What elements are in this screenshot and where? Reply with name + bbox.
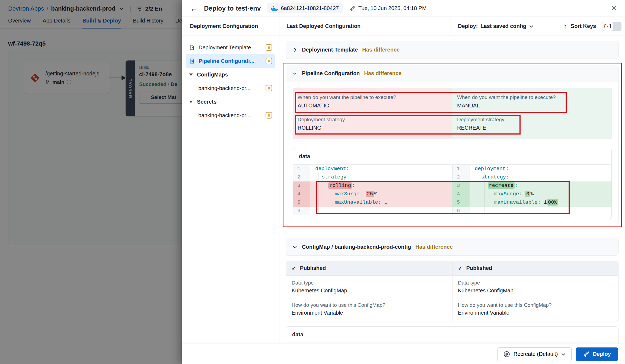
image-tag-chip: 6a824121-10821-80427 <box>267 3 343 13</box>
section-title: Deployment Template <box>302 47 358 53</box>
published-label: Published <box>466 265 492 271</box>
deploy-time-row: Tue, 10 Jun 2025, 04:18 PM <box>349 5 427 12</box>
sidebar-group-secrets[interactable]: Secrets <box>186 95 275 108</box>
chevron-down-icon <box>292 71 298 76</box>
sidebar-item-secret-banking-backend[interactable]: banking-backend-pr... <box>195 108 275 122</box>
compare-column-title: Last Deployed Configuration <box>279 17 451 36</box>
modal-title: Deploy totest-env <box>204 5 261 12</box>
section-pipeline-configuration: Pipeline Configuration Has difference Wh… <box>286 65 618 224</box>
caret-down-icon <box>189 100 193 103</box>
deploy-time-label: Tue, 10 Jun 2025, 04:18 PM <box>358 5 427 11</box>
field-value-new: MANUAL <box>457 102 607 109</box>
diff-new-column: When do you want the pipeline to execute… <box>452 88 612 139</box>
field-value-old: ROLLING <box>298 124 447 131</box>
back-icon[interactable]: ← <box>190 4 198 12</box>
code-brackets-icon: {·} <box>602 22 613 31</box>
line-number: 1 <box>293 165 310 173</box>
yaml-new-pane: 1deployment: 2strategy: 3recreate: 4maxS… <box>452 165 611 215</box>
field-value: Kubernetes ConfigMap <box>292 287 447 294</box>
field-label: Data type <box>458 280 613 286</box>
chevron-right-icon <box>292 47 298 53</box>
line-number: 5 <box>452 198 470 207</box>
sort-keys-button[interactable]: Sort Keys <box>571 23 596 29</box>
field-label: How do you want to use this ConfigMap? <box>458 302 613 308</box>
pipeline-data-card: data 1deployment: 2strategy: 3rolling: 4… <box>293 148 612 219</box>
strategy-icon <box>503 351 510 358</box>
caret-down-icon <box>189 73 193 76</box>
field-value-old: AUTOMATIC <box>298 102 447 109</box>
diff-old-column: When do you want the pipeline to execute… <box>293 88 452 139</box>
chevron-down-icon <box>529 25 534 28</box>
code-view-toggle[interactable]: {·} <box>602 22 621 31</box>
rocket-icon <box>349 5 356 12</box>
sidebar-item-label: banking-backend-pr... <box>198 112 262 119</box>
line-number: 6 <box>293 207 310 215</box>
diff-indicator-badge <box>266 112 272 119</box>
configmap-data-card: data <box>286 326 618 344</box>
check-icon: ✓ <box>458 265 463 272</box>
published-old-column: ✓ Published Data type Kubernetes ConfigM… <box>286 261 452 321</box>
check-icon: ✓ <box>292 265 296 272</box>
config-sidebar: Deployment Template Pipeline Configurati… <box>182 36 279 344</box>
field-value-new: RECREATE <box>457 124 607 131</box>
section-header-configmap[interactable]: ConfigMap / banking-backend-prod-config … <box>286 238 618 256</box>
line-number: 2 <box>452 173 470 181</box>
diff-indicator-badge <box>266 44 272 51</box>
data-card-title: data <box>293 148 611 165</box>
field-label: Deployment strategy <box>298 117 447 123</box>
chevron-down-icon <box>292 244 298 250</box>
file-code-icon <box>189 58 195 64</box>
field-value: Environment Variable <box>292 309 447 316</box>
field-label: Data type <box>292 280 447 286</box>
line-number: 3 <box>452 181 470 190</box>
field-label: How do you want to use this ConfigMap? <box>292 302 447 308</box>
published-header: ✓ Published <box>452 261 618 276</box>
section-header-pipeline-configuration[interactable]: Pipeline Configuration Has difference <box>286 65 618 82</box>
sidebar-group-label: ConfigMaps <box>197 72 272 78</box>
file-code-icon <box>189 44 195 50</box>
sidebar-group-configmaps[interactable]: ConfigMaps <box>186 68 275 81</box>
modal-toolbar: Deployment Configuration Last Deployed C… <box>182 17 625 36</box>
sidebar-item-deployment-template[interactable]: Deployment Template <box>186 41 275 54</box>
deploy-config-dropdown[interactable]: Deploy: Last saved config <box>451 17 560 36</box>
deploy-button[interactable]: Deploy <box>576 347 618 361</box>
diff-indicator-badge <box>266 85 272 91</box>
modal-header: ← Deploy totest-env 6a824121-10821-80427… <box>182 0 625 17</box>
sort-keys-area: ↑ Sort Keys {·} <box>560 17 625 36</box>
section-header-deployment-template[interactable]: Deployment Template Has difference <box>286 41 618 59</box>
has-difference-badge: Has difference <box>415 244 453 250</box>
yaml-diff-viewer: 1deployment: 2strategy: 3rolling: 4maxSu… <box>293 165 611 215</box>
sidebar-item-configmap-banking-backend[interactable]: banking-backend-pr... <box>195 81 275 95</box>
line-number: 2 <box>293 173 310 181</box>
close-icon[interactable]: ✕ <box>611 4 617 12</box>
field-label: When do you want the pipeline to execute… <box>457 94 607 100</box>
field-label: Deployment strategy <box>457 117 607 123</box>
configmap-published-diff: ✓ Published Data type Kubernetes ConfigM… <box>286 261 618 321</box>
line-number: 1 <box>452 165 470 173</box>
deploy-config-value: Last saved config <box>480 23 526 29</box>
image-tag-label: 6a824121-10821-80427 <box>281 5 339 11</box>
sidebar-group-label: Secrets <box>197 99 272 105</box>
sidebar-item-pipeline-configuration[interactable]: Pipeline Configurati... <box>186 54 275 68</box>
sidebar-item-label: banking-backend-pr... <box>198 85 262 91</box>
env-name: test-env <box>236 5 261 12</box>
modal-footer: Recreate (Default) Deploy <box>182 344 625 364</box>
line-number: 4 <box>452 190 470 198</box>
published-label: Published <box>300 265 326 271</box>
field-label: When do you want the pipeline to execute… <box>298 94 447 100</box>
rocket-icon <box>583 351 589 357</box>
config-diff-content: Deployment Template Has difference Pipel… <box>279 36 625 344</box>
deploy-button-label: Deploy <box>593 351 611 357</box>
sidebar-item-label: Deployment Template <box>199 44 262 51</box>
published-new-column: ✓ Published Data type Kubernetes ConfigM… <box>452 261 618 321</box>
line-number: 3 <box>293 181 310 190</box>
docker-icon <box>271 5 278 11</box>
left-panel-title: Deployment Configuration <box>182 17 279 36</box>
has-difference-badge: Has difference <box>364 70 401 76</box>
deployment-strategy-dropdown[interactable]: Recreate (Default) <box>498 347 572 361</box>
strategy-label: Recreate (Default) <box>514 351 558 357</box>
diff-indicator-badge <box>266 58 272 64</box>
deploy-modal: ← Deploy totest-env 6a824121-10821-80427… <box>182 0 625 364</box>
section-configmap: ConfigMap / banking-backend-prod-config … <box>286 238 618 256</box>
data-card-title: data <box>286 327 618 343</box>
